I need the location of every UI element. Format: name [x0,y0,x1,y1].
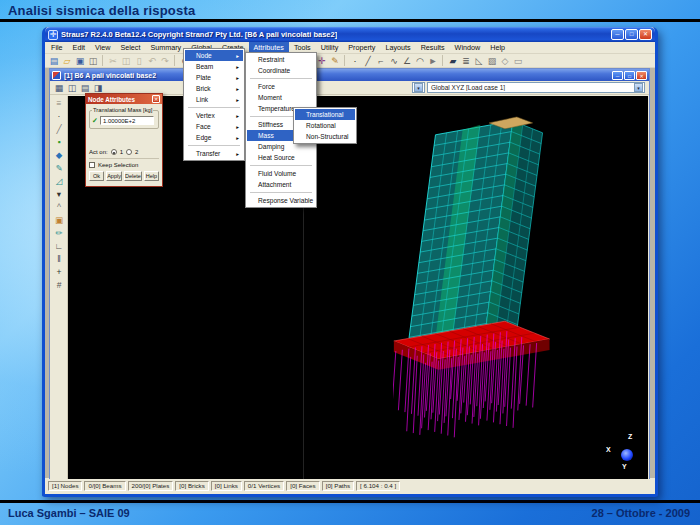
polyline-tool-icon[interactable]: ⌐ [375,55,387,67]
menu-file[interactable]: File [46,42,68,53]
print-icon[interactable]: ◫ [87,55,99,67]
menu-edit[interactable]: Edit [68,42,90,53]
caret-tool-icon[interactable]: ^ [53,201,66,213]
plus-tool-icon[interactable]: + [53,266,66,278]
menu-item-translational[interactable]: Translational [295,109,355,120]
parallel-icon[interactable]: ‖ [53,253,66,265]
undo-icon[interactable]: ↶ [146,55,158,67]
mass-value-field[interactable]: 1.00000E+2 [100,116,154,125]
corner-tool-icon[interactable]: ◿ [53,175,66,187]
child-close-button[interactable]: ✕ [636,71,647,80]
menu-item-non-structural[interactable]: Non-Structural [295,131,355,142]
dropdown-tool-icon[interactable]: ▾ [53,188,66,200]
copy-icon[interactable]: ◫ [120,55,132,67]
menu-view[interactable]: View [90,42,115,53]
model-window-titlebar[interactable]: [1] B6 A pali vincolati base2 ─ □ ✕ [50,69,649,81]
brick-tool-icon[interactable]: ◆ [53,149,66,161]
angle-tool-icon[interactable]: ∠ [401,55,413,67]
ok-button[interactable]: Ok [89,171,104,181]
minimize-button[interactable]: ─ [611,29,624,40]
menu-item-heat-source[interactable]: Heat Source [247,152,315,163]
combo-arrow-icon[interactable]: ▾ [634,83,643,92]
solid-box-icon[interactable]: ▰ [447,55,459,67]
pencil-icon[interactable]: ✎ [329,55,341,67]
mini-dropdown-arrow-icon[interactable]: ▾ [414,83,423,92]
new-file-icon[interactable]: ▤ [48,55,60,67]
show-bricks-icon[interactable]: ◨ [92,82,104,94]
show-beams-icon[interactable]: ◫ [66,82,78,94]
show-plates-icon[interactable]: ▤ [79,82,91,94]
dialog-close-icon[interactable]: ✕ [152,95,160,103]
maximize-button[interactable]: □ [625,29,638,40]
menu-property[interactable]: Property [343,42,380,53]
plate-tool-icon[interactable]: ▪ [53,136,66,148]
hatch-icon[interactable]: ▨ [486,55,498,67]
app-titlebar[interactable]: ✛ Straus7 R2.4.0 Beta12.4 Copyright Stra… [45,27,655,42]
grid-tool-icon[interactable]: # [53,279,66,291]
diamond-icon[interactable]: ◇ [499,55,511,67]
cut-icon[interactable]: ✂ [107,55,119,67]
curve-tool-icon[interactable]: ∿ [388,55,400,67]
menu-item-transfer[interactable]: Transfer▸ [185,148,243,159]
menu-item-restraint[interactable]: Restraint [247,54,315,65]
caret-tool-icon-label: ^ [53,201,66,213]
menu-window[interactable]: Window [450,42,486,53]
paste-icon[interactable]: ▯ [133,55,145,67]
submenu-arrow-icon: ▸ [230,53,239,59]
menu-item-link[interactable]: Link▸ [185,94,243,105]
line-tool-icon[interactable]: ╱ [362,55,374,67]
menu-item-coordinate[interactable]: Coordinate [247,65,315,76]
angle-icon[interactable]: ∟ [53,240,66,252]
select-point-icon[interactable]: · [53,110,66,122]
delete-button[interactable]: Delete [124,171,142,181]
coordinate-system-combo[interactable]: Global XYZ [Load case 1] ▾ [427,82,645,93]
child-maximize-button[interactable]: □ [624,71,635,80]
edit-pencil-icon[interactable]: ✏ [53,227,66,239]
menu-item-brick[interactable]: Brick▸ [185,83,243,94]
beam-tool-icon[interactable]: ╱ [53,123,66,135]
draw-pencil-icon[interactable]: ✎ [53,162,66,174]
play-icon[interactable]: ► [427,55,439,67]
assign-check-icon[interactable]: ✓ [92,117,98,125]
menu-item-moment[interactable]: Moment [247,92,315,103]
help-button[interactable]: Help [144,171,159,181]
frame-icon[interactable]: ▭ [512,55,524,67]
menu-help[interactable]: Help [485,42,510,53]
menu-item-face[interactable]: Face▸ [185,121,243,132]
menu-results[interactable]: Results [416,42,450,53]
show-nodes-icon[interactable]: ▦ [53,82,65,94]
menu-summary[interactable]: Summary [145,42,186,53]
menu-item-response-variable[interactable]: Response Variable [247,195,315,206]
box-tool-icon[interactable]: ▣ [53,214,66,226]
menu-item-beam[interactable]: Beam▸ [185,61,243,72]
point-tool-icon[interactable]: · [349,55,361,67]
apply-button[interactable]: Apply [106,171,122,181]
save-icon[interactable]: ▣ [74,55,86,67]
radio-option-1[interactable] [111,149,117,155]
menu-item-attachment[interactable]: Attachment [247,179,315,190]
drag-handle-icon[interactable]: ≡ [53,97,66,109]
close-button[interactable]: ✕ [639,29,652,40]
child-minimize-button[interactable]: ─ [612,71,623,80]
paste-icon-label: ▯ [133,55,145,67]
radio-option-2[interactable] [126,149,132,155]
menu-item-edge[interactable]: Edge▸ [185,132,243,143]
menu-utility[interactable]: Utility [316,42,344,53]
menu-item-plate[interactable]: Plate▸ [185,72,243,83]
redo-icon[interactable]: ↷ [159,55,171,67]
menu-item-fluid-volume[interactable]: Fluid Volume [247,168,315,179]
menu-item-rotational[interactable]: Rotational [295,120,355,131]
keep-selection-checkbox[interactable] [89,162,95,168]
menu-item-node[interactable]: Node▸ [185,50,243,61]
mini-dropdown[interactable]: ▾ [412,82,425,93]
arc-tool-icon[interactable]: ◠ [414,55,426,67]
node-snap-icon[interactable]: ✛ [316,55,328,67]
dialog-titlebar[interactable]: Node Attributes ✕ [86,94,162,104]
menu-item-vertex[interactable]: Vertex▸ [185,110,243,121]
menu-layouts[interactable]: Layouts [380,42,415,53]
triangle-icon[interactable]: ◺ [473,55,485,67]
menu-select[interactable]: Select [115,42,145,53]
open-icon[interactable]: ▱ [61,55,73,67]
menu-item-force[interactable]: Force [247,81,315,92]
layers-icon[interactable]: ≣ [460,55,472,67]
